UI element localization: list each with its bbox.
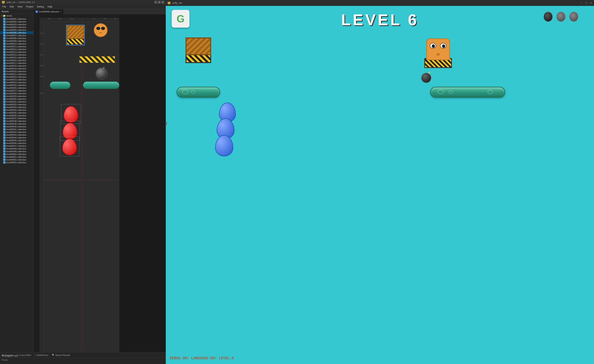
asset-item-16[interactable]: level00017.collection bbox=[0, 62, 33, 65]
asset-item-36[interactable]: level00037.collection bbox=[0, 117, 33, 120]
ruler-vertical: -100 -150 -200 -250 -300 -1500 bbox=[40, 21, 44, 352]
game-maximize-btn[interactable]: □ bbox=[585, 1, 588, 5]
menu-help[interactable]: Help bbox=[46, 5, 54, 8]
asset-item-46[interactable]: level00047.collection bbox=[0, 145, 33, 147]
asset-label-2: level00003.collection bbox=[6, 23, 26, 26]
asset-item-25[interactable]: level00026.collection bbox=[0, 86, 33, 89]
asset-item-42[interactable]: level00043.collection bbox=[0, 133, 33, 136]
asset-item-45[interactable]: level00046.collection bbox=[0, 142, 33, 145]
asset-item-8[interactable]: level00009.collection bbox=[0, 40, 33, 42]
tab-close-btn[interactable]: × bbox=[60, 10, 61, 13]
asset-item-49[interactable]: level00050.collection bbox=[0, 153, 33, 156]
menu-project[interactable]: Project bbox=[25, 5, 35, 8]
coll-icon-13 bbox=[3, 54, 6, 56]
asset-item-3[interactable]: level00004.collection bbox=[0, 26, 33, 29]
asset-item-26[interactable]: level00027.collection bbox=[0, 89, 33, 92]
asset-item-44[interactable]: level00045.collection bbox=[0, 139, 33, 142]
green-tube-right-obj[interactable] bbox=[83, 81, 119, 89]
asset-item-30[interactable]: level00031.collection bbox=[0, 100, 33, 103]
asset-item-24[interactable]: level00025.collection bbox=[0, 84, 33, 86]
asset-item-51[interactable]: level00052.collection bbox=[0, 158, 33, 161]
asset-label-30: level00031.collection bbox=[6, 100, 26, 103]
coll-icon-9 bbox=[3, 43, 6, 45]
asset-item-37[interactable]: level00038.collection bbox=[0, 120, 33, 122]
asset-item-4[interactable]: level00005.collection bbox=[0, 29, 33, 31]
tab-label: level00006.collection bbox=[39, 10, 59, 13]
asset-item-7[interactable]: level00008.collection bbox=[0, 37, 33, 40]
asset-item-41[interactable]: level00042.collection bbox=[0, 131, 33, 133]
coll-icon-45 bbox=[3, 142, 6, 144]
menu-view[interactable]: View bbox=[16, 5, 24, 8]
folder-levels[interactable]: ▼ 📁 levels bbox=[0, 14, 33, 18]
bomb-fuse bbox=[103, 67, 104, 69]
cat-body bbox=[426, 39, 450, 60]
game-cat-obj bbox=[424, 36, 452, 68]
asset-item-14[interactable]: level00015.collection bbox=[0, 56, 33, 59]
striped-platform-obj[interactable] bbox=[79, 56, 115, 63]
asset-item-17[interactable]: level00018.collection bbox=[0, 65, 33, 67]
asset-item-12[interactable]: level00013.collection bbox=[0, 51, 33, 53]
asset-item-20[interactable]: level00021.collection bbox=[0, 73, 33, 75]
asset-item-34[interactable]: level00035.collection bbox=[0, 111, 33, 114]
cat-editor-obj[interactable] bbox=[94, 23, 108, 38]
asset-item-39[interactable]: level00040.collection bbox=[0, 125, 33, 128]
asset-label-22: level00023.collection bbox=[6, 79, 26, 81]
menu-file[interactable]: File bbox=[1, 5, 8, 8]
canvas-content[interactable]: -300 -200 -100 0 100 200 300 -100 -150 -… bbox=[40, 18, 119, 352]
asset-item-35[interactable]: level00036.collection bbox=[0, 114, 33, 117]
block-box-obj[interactable] bbox=[67, 25, 84, 45]
game-logo-btn[interactable]: G bbox=[172, 10, 189, 28]
asset-label-11: level00012.collection bbox=[6, 48, 26, 51]
asset-item-50[interactable]: level00051.collection bbox=[0, 156, 33, 158]
asset-item-19[interactable]: level00020.collection bbox=[0, 70, 33, 73]
collection-tab[interactable]: level00006.collection × bbox=[34, 9, 64, 14]
game-crate-stripe bbox=[185, 55, 211, 63]
menu-edit[interactable]: Edit bbox=[8, 5, 15, 8]
asset-item-29[interactable]: level00030.collection bbox=[0, 98, 33, 100]
asset-item-2[interactable]: level00003.collection bbox=[0, 23, 33, 26]
asset-item-0[interactable]: level00001.collection bbox=[0, 18, 33, 20]
asset-item-31[interactable]: level00032.collection bbox=[0, 103, 33, 106]
coll-icon-23 bbox=[3, 81, 6, 84]
asset-label-6: level00007.collection bbox=[6, 34, 26, 37]
bomb-editor-obj[interactable] bbox=[96, 68, 108, 79]
menu-debug[interactable]: Debug bbox=[35, 5, 45, 8]
asset-item-13[interactable]: level00014.collection bbox=[0, 53, 33, 56]
asset-item-43[interactable]: level00044.collection bbox=[0, 136, 33, 139]
asset-item-38[interactable]: level00039.collection bbox=[0, 122, 33, 125]
asset-label-4: level00005.collection bbox=[6, 29, 26, 31]
minimize-button[interactable]: − bbox=[154, 1, 157, 4]
asset-item-5[interactable]: level00006.collection bbox=[0, 31, 33, 34]
asset-item-28[interactable]: level00029.collection bbox=[0, 95, 33, 98]
coll-icon-29 bbox=[3, 98, 6, 100]
asset-item-48[interactable]: level00049.collection bbox=[0, 150, 33, 153]
asset-item-1[interactable]: level00002.collection bbox=[0, 20, 33, 23]
debug-text: DEBUG_ON! LANGUAGE:EN! LEVEL:6 bbox=[170, 356, 234, 360]
asset-item-47[interactable]: level00048.collection bbox=[0, 147, 33, 150]
asset-item-21[interactable]: level00022.collection bbox=[0, 75, 33, 78]
asset-label-13: level00014.collection bbox=[6, 54, 26, 56]
canvas-main[interactable] bbox=[44, 21, 119, 352]
asset-item-11[interactable]: level00012.collection bbox=[0, 48, 33, 51]
asset-item-6[interactable]: level00007.collection bbox=[0, 34, 33, 37]
asset-item-33[interactable]: level00034.collection bbox=[0, 109, 33, 111]
tube-bubble-3 bbox=[438, 89, 444, 94]
asset-item-15[interactable]: level00016.collection bbox=[0, 59, 33, 62]
coll-icon-42 bbox=[3, 134, 6, 136]
asset-item-10[interactable]: level00011.collection bbox=[0, 45, 33, 48]
asset-item-52[interactable]: level00053.collection bbox=[0, 161, 33, 164]
asset-item-22[interactable]: level00023.collection bbox=[0, 78, 33, 81]
asset-item-23[interactable]: level00024.collection bbox=[0, 81, 33, 84]
asset-item-27[interactable]: level00028.collection bbox=[0, 92, 33, 95]
coll-icon-44 bbox=[3, 139, 6, 142]
asset-item-9[interactable]: level00010.collection bbox=[0, 42, 33, 45]
asset-item-40[interactable]: level00041.collection bbox=[0, 128, 33, 131]
maximize-button[interactable]: □ bbox=[158, 1, 161, 4]
close-button[interactable]: × bbox=[162, 1, 164, 4]
game-minimize-btn[interactable]: − bbox=[580, 1, 583, 5]
game-close-btn[interactable]: × bbox=[589, 1, 592, 5]
asset-item-32[interactable]: level00033.collection bbox=[0, 106, 33, 109]
green-tube-left-obj[interactable] bbox=[50, 81, 70, 89]
asset-label-49: level00050.collection bbox=[6, 153, 26, 155]
asset-item-18[interactable]: level00019.collection bbox=[0, 67, 33, 70]
